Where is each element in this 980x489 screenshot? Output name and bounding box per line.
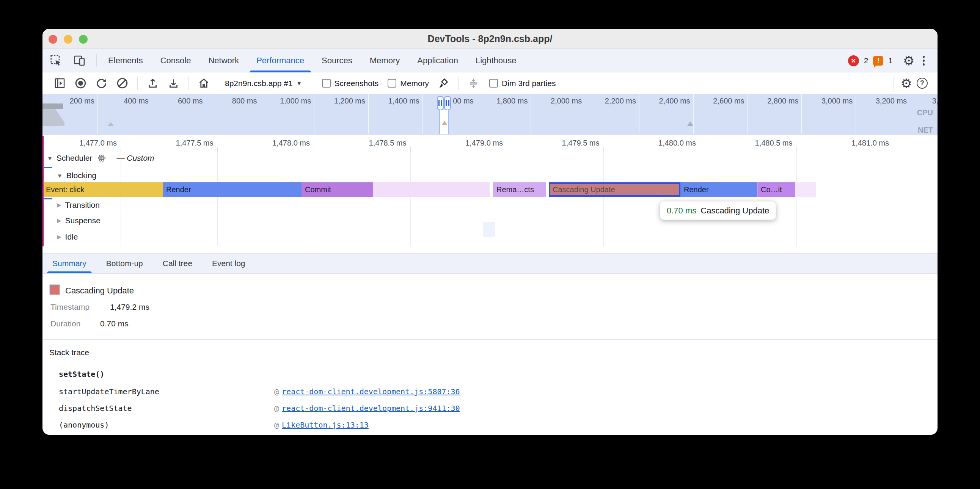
at-symbol: @: [274, 387, 279, 396]
triangle-right-icon[interactable]: ▶: [57, 217, 61, 224]
timeline-ruler[interactable]: 1,477.0 ms1,477.5 ms1,478.0 ms1,478.5 ms…: [43, 135, 937, 151]
capture-settings-gear-icon[interactable]: ⚙: [901, 77, 912, 90]
history-dropdown[interactable]: 8p2n9n.csb.app #1: [225, 79, 293, 88]
tab-console[interactable]: Console: [152, 49, 200, 72]
hover-highlight-rect: [483, 222, 495, 237]
tooltip-duration: 0.70 ms: [667, 206, 696, 216]
flame-event[interactable]: Rema…cts: [493, 183, 546, 197]
group-label: Transition: [65, 200, 100, 210]
at-symbol: @: [274, 421, 279, 429]
tab-sources[interactable]: Sources: [313, 49, 361, 72]
divider: [312, 76, 312, 90]
flame-event[interactable]: Event: click: [43, 183, 163, 197]
track-group-transition[interactable]: ▶ Transition: [57, 199, 100, 211]
track-indicator-dash: [43, 198, 52, 199]
dim-3rd-parties-checkbox[interactable]: [489, 79, 498, 87]
inspect-element-icon[interactable]: [50, 55, 62, 67]
settings-gear-icon[interactable]: ⚙: [903, 54, 915, 67]
net-lane-label: NET: [918, 126, 933, 135]
upload-profile-icon[interactable]: [147, 77, 159, 89]
screenshots-label: Screenshots: [334, 79, 379, 88]
tabbar-right-cluster: ✕ 2 ! 1 ⚙: [848, 49, 928, 72]
tab-network[interactable]: Network: [199, 49, 248, 72]
at-symbol: @: [274, 404, 279, 413]
duration-label: Duration: [51, 319, 80, 328]
details-tab-event-log[interactable]: Event log: [207, 254, 251, 273]
flame-event[interactable]: Render: [680, 183, 757, 197]
memory-checkbox[interactable]: [388, 79, 396, 87]
duration-value: 0.70 ms: [100, 319, 129, 328]
tab-performance[interactable]: Performance: [248, 49, 313, 72]
ruler-tick-mark: [893, 147, 893, 151]
toggle-sidebar-icon[interactable]: [54, 77, 65, 89]
help-icon[interactable]: ?: [917, 78, 928, 89]
source-link[interactable]: react-dom-client.development.js:9411:30: [282, 404, 460, 413]
chevron-down-icon[interactable]: ▼: [297, 80, 302, 86]
grid-line: [410, 151, 411, 246]
collapse-sections-icon[interactable]: [468, 77, 479, 89]
divider: [894, 76, 894, 90]
source-link[interactable]: react-dom-client.development.js:5807:36: [282, 387, 460, 396]
flame-idle-band[interactable]: [795, 183, 816, 197]
grid-line: [796, 151, 797, 246]
track-title: Scheduler: [57, 154, 92, 163]
divider: [96, 54, 97, 67]
track-group-idle[interactable]: ▶ Idle: [57, 231, 78, 243]
details-tab-bottom-up[interactable]: Bottom-up: [101, 254, 148, 273]
track-group-blocking[interactable]: ▼ Blocking: [57, 170, 96, 181]
flame-event[interactable]: Render: [163, 183, 302, 197]
ruler-tick-mark: [410, 147, 411, 151]
error-badge-icon[interactable]: ✕: [848, 56, 859, 66]
group-label: Blocking: [66, 171, 96, 180]
cpu-lane-label: CPU: [917, 108, 933, 117]
record-button[interactable]: [75, 77, 86, 89]
details-tab-call-tree[interactable]: Call tree: [158, 254, 197, 273]
ruler-tick-label: 1,479.5 ms: [522, 139, 600, 148]
stack-frame-row: dispatchSetState@react-dom-client.develo…: [59, 404, 780, 413]
grid-line: [121, 151, 121, 246]
warning-badge-icon[interactable]: !: [873, 56, 883, 65]
warning-count[interactable]: 1: [888, 55, 893, 66]
tab-memory[interactable]: Memory: [361, 49, 409, 72]
ruler-tick-label: 1,479.0 ms: [426, 139, 503, 148]
clear-button[interactable]: [116, 77, 128, 89]
legend-color-swatch: [49, 284, 60, 295]
tooltip-title: Cascading Update: [700, 206, 769, 216]
track-header-scheduler[interactable]: ▼ Scheduler — Custom: [47, 152, 154, 164]
source-link[interactable]: LikeButton.js:13:13: [282, 421, 369, 429]
stack-origin: setState(): [59, 370, 104, 379]
stack-frame-location: @LikeButton.js:13:13: [274, 421, 369, 429]
tab-elements[interactable]: Elements: [99, 49, 152, 72]
react-atom-icon: [97, 154, 106, 162]
triangle-down-icon[interactable]: ▼: [57, 173, 62, 179]
triangle-right-icon[interactable]: ▶: [57, 202, 61, 208]
details-tab-summary[interactable]: Summary: [47, 254, 92, 273]
selection-handle-right[interactable]: [444, 96, 451, 110]
stack-frame-location: @react-dom-client.development.js:5807:36: [274, 387, 460, 396]
selection-handle-left[interactable]: [437, 96, 444, 110]
reload-record-button[interactable]: [95, 77, 107, 89]
screenshots-checkbox[interactable]: [322, 79, 331, 87]
flame-idle-band[interactable]: [373, 183, 490, 197]
flame-event[interactable]: Commit: [302, 183, 373, 197]
error-count[interactable]: 2: [864, 55, 869, 66]
timeline-overview[interactable]: CPU NET 200 ms400 ms600 ms800 ms1,000 ms…: [43, 94, 937, 135]
kebab-menu-icon[interactable]: [920, 54, 928, 67]
download-profile-icon[interactable]: [168, 77, 180, 89]
home-icon[interactable]: [198, 77, 210, 89]
stack-frame-function: startUpdateTimerByLane: [59, 387, 159, 396]
tab-lighthouse[interactable]: Lighthouse: [467, 49, 525, 72]
grid-line: [507, 151, 507, 246]
triangle-right-icon[interactable]: ▶: [57, 233, 61, 240]
garbage-collect-icon[interactable]: [437, 77, 449, 89]
flame-chart-area[interactable]: ▼ Scheduler — Custom ▼ Blocking ▶ Transi…: [43, 151, 937, 246]
flame-event[interactable]: Cascading Update: [549, 183, 680, 197]
device-toolbar-icon[interactable]: [73, 55, 86, 67]
selection-range[interactable]: [439, 110, 449, 135]
track-group-suspense[interactable]: ▶ Suspense: [57, 215, 100, 226]
triangle-down-icon[interactable]: ▼: [47, 155, 53, 162]
flame-event[interactable]: Co…it: [757, 183, 795, 197]
tab-application[interactable]: Application: [409, 49, 467, 72]
marker-triangle-icon: [442, 121, 447, 125]
title-bar: DevTools - 8p2n9n.csb.app/: [43, 29, 937, 49]
